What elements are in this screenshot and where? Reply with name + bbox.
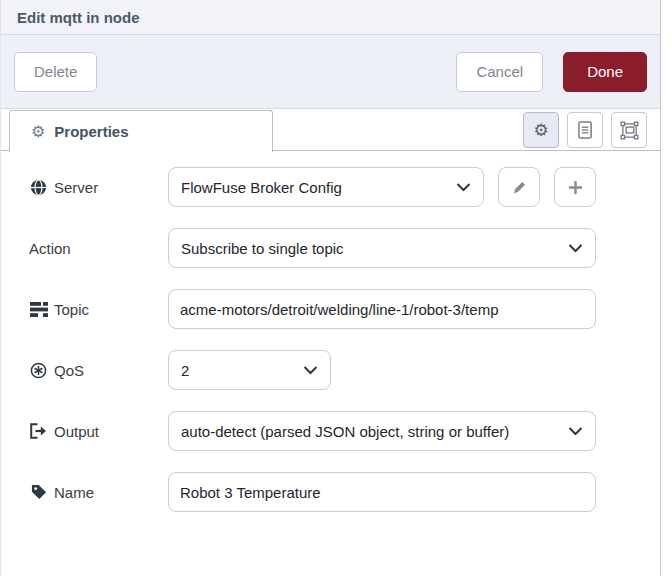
- appearance-tab-button[interactable]: [611, 112, 647, 148]
- action-select-value: Subscribe to single topic: [181, 240, 344, 257]
- topic-label-text: Topic: [54, 301, 89, 318]
- output-label-text: Output: [54, 423, 99, 440]
- name-input[interactable]: [168, 472, 596, 512]
- chevron-down-icon: [568, 244, 583, 253]
- edit-node-tray: Edit mqtt in node Delete Cancel Done ⚙ P…: [0, 0, 672, 576]
- topic-row: Topic: [1, 289, 660, 329]
- gear-icon: ⚙: [31, 124, 45, 140]
- server-label-text: Server: [54, 179, 98, 196]
- chevron-down-icon: [568, 427, 583, 436]
- delete-button[interactable]: Delete: [14, 52, 97, 92]
- add-server-button[interactable]: [554, 167, 596, 207]
- description-tab-button[interactable]: [567, 112, 603, 148]
- topic-label: Topic: [29, 301, 168, 318]
- plus-icon: [568, 180, 583, 195]
- qos-select[interactable]: 2: [168, 350, 331, 390]
- chevron-down-icon: [456, 183, 471, 192]
- name-row: Name: [1, 472, 660, 512]
- action-select[interactable]: Subscribe to single topic: [168, 228, 596, 268]
- dialog-header: Edit mqtt in node: [1, 0, 660, 35]
- properties-tab-button[interactable]: ⚙: [523, 112, 559, 148]
- globe-icon: [29, 179, 48, 196]
- pencil-icon: [512, 180, 527, 195]
- action-row: Action Subscribe to single topic: [1, 228, 660, 268]
- tasks-icon: [29, 302, 48, 317]
- output-row: Output auto-detect (parsed JSON object, …: [1, 411, 660, 451]
- qos-select-value: 2: [181, 362, 189, 379]
- edit-server-button[interactable]: [498, 167, 540, 207]
- chevron-down-icon: [303, 366, 318, 375]
- sign-out-icon: [29, 423, 48, 439]
- qos-label-text: QoS: [54, 362, 84, 379]
- tab-properties-label: Properties: [54, 123, 128, 140]
- topic-input[interactable]: [168, 289, 596, 329]
- output-label: Output: [29, 423, 168, 440]
- server-select-value: FlowFuse Broker Config: [181, 179, 342, 196]
- action-label-text: Action: [29, 240, 71, 257]
- dialog-title: Edit mqtt in node: [17, 9, 139, 26]
- server-select[interactable]: FlowFuse Broker Config: [168, 167, 484, 207]
- server-label: Server: [29, 179, 168, 196]
- done-button[interactable]: Done: [563, 52, 647, 92]
- node-properties-form: Server FlowFuse Broker Config: [1, 151, 660, 533]
- name-label: Name: [29, 484, 168, 501]
- qos-row: QoS 2: [1, 350, 660, 390]
- cancel-button[interactable]: Cancel: [456, 52, 543, 92]
- tray-resize-edge[interactable]: [661, 0, 672, 576]
- gear-icon: ⚙: [533, 122, 548, 139]
- tab-properties[interactable]: ⚙ Properties: [9, 110, 273, 152]
- tab-tool-buttons: ⚙: [523, 112, 647, 148]
- server-row: Server FlowFuse Broker Config: [1, 167, 660, 207]
- tag-icon: [29, 484, 48, 500]
- tray-content: Edit mqtt in node Delete Cancel Done ⚙ P…: [0, 0, 661, 576]
- output-select[interactable]: auto-detect (parsed JSON object, string …: [168, 411, 596, 451]
- output-select-value: auto-detect (parsed JSON object, string …: [181, 423, 509, 440]
- name-label-text: Name: [54, 484, 94, 501]
- object-group-icon: [620, 121, 639, 140]
- circled-asterisk-icon: [29, 362, 48, 379]
- action-label: Action: [29, 240, 168, 257]
- dialog-button-bar: Delete Cancel Done: [1, 35, 660, 109]
- editor-tab-bar: ⚙ Properties ⚙: [1, 109, 660, 151]
- document-icon: [578, 121, 593, 140]
- qos-label: QoS: [29, 362, 168, 379]
